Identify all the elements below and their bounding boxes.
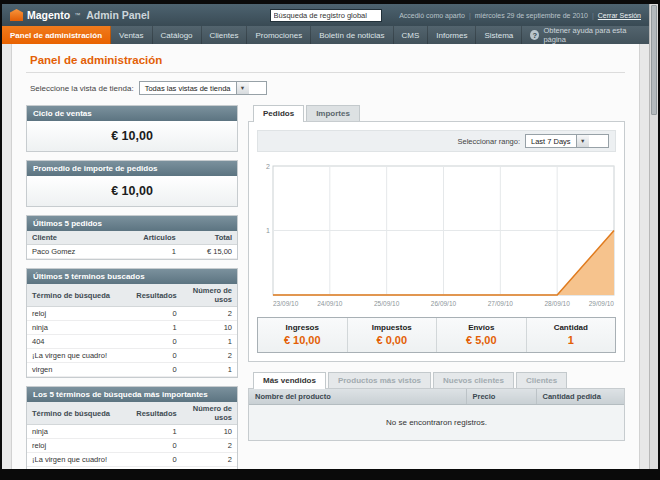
nav-item-cms[interactable]: CMS bbox=[394, 26, 429, 44]
table-cell: Paco Gomez bbox=[27, 245, 113, 259]
brand-suffix: Admin Panel bbox=[86, 9, 150, 21]
nav-item-reports[interactable]: Informes bbox=[428, 26, 476, 44]
nav-item-system[interactable]: Sistema bbox=[476, 26, 522, 44]
stat-revenue: Ingresos € 10,00 bbox=[258, 318, 347, 352]
column-header: Término de búsqueda bbox=[27, 402, 131, 425]
separator: | bbox=[592, 12, 594, 19]
table-row: 40401 bbox=[27, 335, 237, 349]
chart-panel: Seleccionar rango: Last 7 Days 1223/09/1… bbox=[248, 121, 625, 362]
store-switcher: Seleccione la vista de tienda: Todas las… bbox=[26, 81, 625, 95]
scrollbar-thumb[interactable] bbox=[651, 5, 657, 115]
title-divider bbox=[26, 72, 625, 73]
range-select[interactable]: Last 7 Days bbox=[525, 134, 609, 148]
empty-message: No se encontraron registros. bbox=[249, 405, 624, 441]
global-search bbox=[270, 9, 382, 22]
nav-item-dashboard[interactable]: Panel de administración bbox=[2, 26, 111, 44]
table-cell: reloj bbox=[27, 439, 131, 453]
column-header: Resultados bbox=[131, 402, 181, 425]
table-cell: 1 bbox=[131, 321, 181, 335]
user-info: Accedió como aparto | miércoles 29 de se… bbox=[382, 12, 642, 19]
nav-item-newsletter[interactable]: Boletín de noticias bbox=[311, 26, 393, 44]
lifetime-sales-value: € 10,00 bbox=[27, 121, 237, 151]
svg-text:2: 2 bbox=[266, 163, 270, 170]
svg-text:25/09/10: 25/09/10 bbox=[374, 300, 400, 307]
top-search-terms-table: Término de búsqueda Resultados Número de… bbox=[27, 402, 237, 469]
panel-title: Los 5 términos de búsqueda más important… bbox=[27, 387, 237, 402]
table-cell: 0 bbox=[131, 335, 181, 349]
svg-text:23/09/10: 23/09/10 bbox=[273, 300, 299, 307]
totals-bar: Ingresos € 10,00 Impuestos € 0,00 Envíos… bbox=[257, 317, 616, 353]
column-header: Término de búsqueda bbox=[27, 284, 131, 307]
brand-name: Magento bbox=[27, 9, 70, 21]
tab-customers: Clientes bbox=[516, 372, 567, 388]
table-cell: 1 bbox=[182, 335, 237, 349]
admin-page: Magento ™ Admin Panel Accedió como apart… bbox=[2, 4, 649, 469]
stat-label: Ingresos bbox=[258, 323, 347, 332]
table-cell: 0 bbox=[131, 349, 181, 363]
stat-tax: Impuestos € 0,00 bbox=[347, 318, 437, 352]
store-view-select[interactable]: Todas las vistas de tienda bbox=[139, 81, 267, 95]
chart-tabs: Pedidos Importes bbox=[248, 105, 625, 121]
help-icon bbox=[530, 30, 539, 40]
table-cell: 0 bbox=[131, 453, 181, 467]
table-row: virgen01 bbox=[27, 363, 237, 377]
table-cell: virgen bbox=[27, 363, 131, 377]
nav-item-sales[interactable]: Ventas bbox=[111, 26, 152, 44]
table-cell: 10 bbox=[182, 425, 237, 439]
table-row: ninja110 bbox=[27, 321, 237, 335]
table-cell: 0 bbox=[131, 307, 181, 321]
global-search-input[interactable] bbox=[270, 9, 382, 22]
tab-orders[interactable]: Pedidos bbox=[253, 105, 304, 122]
lifetime-sales-panel: Ciclo de ventas € 10,00 bbox=[26, 105, 238, 152]
table-cell: ¡La virgen que cuadro! bbox=[27, 453, 131, 467]
tab-bestsellers[interactable]: Más vendidos bbox=[253, 372, 326, 389]
table-row: ninja110 bbox=[27, 425, 237, 439]
table-cell: 2 bbox=[182, 453, 237, 467]
table-cell: ninja bbox=[27, 321, 131, 335]
table-cell: 2 bbox=[182, 439, 237, 453]
chevron-down-icon bbox=[576, 135, 589, 147]
table-header-row: Término de búsqueda Resultados Número de… bbox=[27, 284, 237, 307]
svg-text:26/09/10: 26/09/10 bbox=[431, 300, 457, 307]
range-value: Last 7 Days bbox=[526, 137, 576, 146]
vertical-scrollbar[interactable] bbox=[649, 4, 658, 469]
table-row: 40401 bbox=[27, 467, 237, 470]
bestsellers-panel: Nombre del producto Precio Cantidad pedi… bbox=[248, 388, 625, 441]
help-label: Obtener ayuda para esta página bbox=[543, 26, 641, 44]
table-row: Paco Gomez1€ 15,00 bbox=[27, 245, 237, 259]
table-cell: 10 bbox=[182, 321, 237, 335]
table-cell: ninja bbox=[27, 425, 131, 439]
column-header: Total bbox=[181, 231, 237, 245]
stat-value: € 10,00 bbox=[258, 334, 347, 346]
panel-title: Ciclo de ventas bbox=[27, 106, 237, 121]
stat-label: Cantidad bbox=[527, 323, 616, 332]
brand-trademark: ™ bbox=[74, 12, 80, 18]
table-cell: € 15,00 bbox=[181, 245, 237, 259]
table-row: ¡La virgen que cuadro!02 bbox=[27, 453, 237, 467]
svg-text:28/09/10: 28/09/10 bbox=[545, 300, 571, 307]
logout-link[interactable]: Cerrar Sesión bbox=[598, 12, 641, 19]
nav-item-promotions[interactable]: Promociones bbox=[247, 26, 311, 44]
table-cell: 0 bbox=[131, 363, 181, 377]
svg-text:1: 1 bbox=[266, 227, 270, 234]
panel-title: Últimos 5 términos buscados bbox=[27, 269, 237, 284]
column-header: Precio bbox=[466, 389, 536, 405]
average-orders-value: € 10,00 bbox=[27, 176, 237, 206]
table-cell: 404 bbox=[27, 335, 131, 349]
svg-text:29/09/10: 29/09/10 bbox=[589, 300, 615, 307]
nav-item-customers[interactable]: Clientes bbox=[202, 26, 248, 44]
stat-value: 1 bbox=[527, 334, 616, 346]
help-link[interactable]: Obtener ayuda para esta página bbox=[522, 26, 649, 44]
empty-row: No se encontraron registros. bbox=[249, 405, 624, 441]
last-search-terms-table: Término de búsqueda Resultados Número de… bbox=[27, 284, 237, 377]
table-cell: 0 bbox=[131, 439, 181, 453]
tab-amounts[interactable]: Importes bbox=[306, 105, 360, 121]
store-switcher-label: Seleccione la vista de tienda: bbox=[30, 84, 134, 93]
page-title: Panel de administración bbox=[26, 52, 625, 72]
top-search-terms-panel: Los 5 términos de búsqueda más important… bbox=[26, 386, 238, 469]
top-header: Magento ™ Admin Panel Accedió como apart… bbox=[2, 4, 649, 26]
stat-label: Envíos bbox=[437, 323, 526, 332]
chevron-down-icon bbox=[236, 82, 249, 94]
nav-item-catalog[interactable]: Catálogo bbox=[153, 26, 202, 44]
table-cell: 2 bbox=[182, 307, 237, 321]
